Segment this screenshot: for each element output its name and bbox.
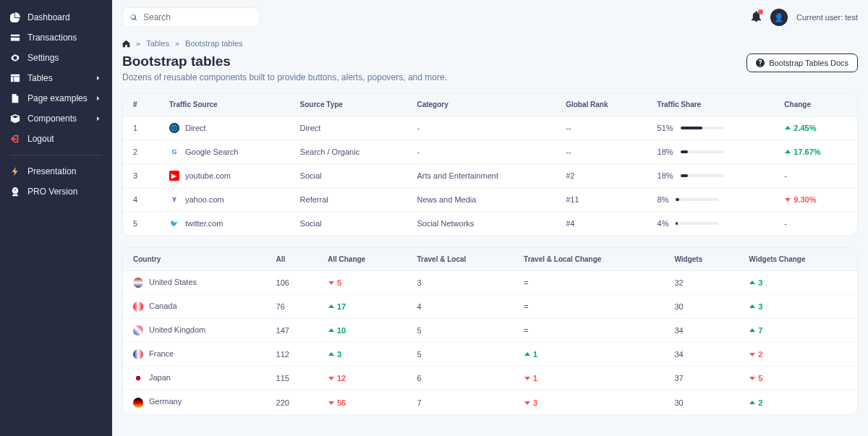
traffic-share: 18% [647,140,775,164]
travel-local: 4 [407,295,514,319]
traffic-source: ▶youtube.com [159,164,290,188]
change: - [774,212,857,236]
country: France [123,343,266,367]
sidebar-item-dashboard[interactable]: Dashboard [0,7,112,27]
page-subtitle: Dozens of reusable components built to p… [122,72,447,82]
table-row: Japan 115 12 6 1 37 5 [123,367,857,390]
table-header: Widgets [664,248,739,271]
notification-dot [758,9,763,14]
search-box[interactable] [122,7,260,27]
sidebar-item-label: Page examples [27,93,88,103]
country-table-card: CountryAllAll ChangeTravel & LocalTravel… [122,247,858,415]
logout-icon [10,134,20,144]
notification-bell[interactable] [751,11,762,24]
table-header: Source Type [290,93,407,116]
breadcrumb: » Tables » Bootstrap tables [122,39,858,48]
source-type: Social [290,212,407,236]
change: 17.67% [774,140,857,164]
traffic-source: 🐦twitter.com [159,212,290,236]
global-rank: #11 [556,188,647,212]
traffic-table: #Traffic SourceSource TypeCategoryGlobal… [123,93,857,235]
card-icon [10,33,20,43]
all-value: 220 [266,390,318,414]
flag-icon [133,398,143,408]
nav-divider [10,155,102,155]
all-change: 56 [318,390,407,414]
sidebar-item-page-examples[interactable]: Page examples [0,88,112,108]
sidebar-item-tables[interactable]: Tables [0,68,112,88]
breadcrumb-mid[interactable]: Tables [146,39,169,48]
country: Germany [123,390,266,414]
global-rank: #2 [556,164,647,188]
widgets-change: 2 [739,343,857,367]
sidebar-item-label: Settings [27,53,59,63]
travel-local: 7 [407,390,514,414]
country-table: CountryAllAll ChangeTravel & LocalTravel… [123,248,857,414]
travel-local-change: 1 [514,367,664,390]
sidebar-item-label: Presentation [27,166,76,176]
row-num: 2 [123,140,159,164]
table-row: United Kingdom 147 10 5 = 34 7 [123,319,857,343]
sidebar-item-components[interactable]: Components [0,108,112,129]
sidebar-item-label: Transactions [27,33,77,43]
country: Japan [123,367,266,390]
category: Social Networks [407,212,556,236]
widgets: 30 [664,390,739,414]
traffic-source: GGoogle Search [159,140,290,164]
country: Canada [123,295,266,319]
main-content: 👤 Current user: test » Tables » Bootstra… [112,0,868,436]
table-header: All [266,248,318,271]
traffic-source: 🌐Direct [159,116,290,140]
change: - [774,164,857,188]
row-num: 3 [123,164,159,188]
travel-local-change: 3 [514,390,664,414]
country: United States [123,271,266,295]
travel-local-change: 1 [514,343,664,367]
table-row: 4 Yyahoo.com Referral News and Media #11… [123,188,857,212]
all-change: 12 [318,367,407,390]
all-value: 76 [266,295,318,319]
avatar[interactable]: 👤 [770,9,788,26]
docs-button[interactable]: Bootstrap Tables Docs [746,54,858,72]
widgets-change: 3 [739,271,857,295]
flag-icon [133,349,143,359]
all-change: 10 [318,319,407,343]
flag-icon [133,325,143,335]
row-num: 5 [123,212,159,236]
table-header: # [123,93,159,116]
all-change: 17 [318,295,407,319]
sidebar-item-label: Dashboard [27,12,70,22]
user-area: 👤 Current user: test [751,9,858,26]
table-header: Traffic Share [647,93,775,116]
page-header: Bootstrap tables Dozens of reusable comp… [122,54,858,93]
travel-local: 6 [407,367,514,390]
sidebar-item-settings[interactable]: Settings [0,48,112,68]
home-icon[interactable] [122,40,130,48]
pie-icon [10,12,20,22]
traffic-share: 51% [647,116,775,140]
user-label: Current user: test [796,13,858,22]
sidebar-item-transactions[interactable]: Transactions [0,27,112,48]
widgets-change: 2 [739,390,857,414]
question-icon [756,59,765,67]
breadcrumb-sep: » [175,39,179,48]
country: United Kingdom [123,319,266,343]
table-header: Traffic Source [159,93,290,116]
all-change: 3 [318,343,407,367]
all-value: 147 [266,319,318,343]
topbar: 👤 Current user: test [122,0,858,35]
search-input[interactable] [143,12,252,22]
sidebar-item-pro-version[interactable]: PRO Version [0,181,112,202]
docs-button-label: Bootstrap Tables Docs [769,59,848,67]
source-type: Search / Organic [290,140,407,164]
gear-icon [10,53,20,63]
sidebar-item-logout[interactable]: Logout [0,129,112,149]
category: Arts and Entertainment [407,164,556,188]
sidebar-item-presentation[interactable]: Presentation [0,161,112,181]
widgets-change: 7 [739,319,857,343]
all-change: 5 [318,271,407,295]
table-header: Country [123,248,266,271]
source-type: Direct [290,116,407,140]
travel-local: 5 [407,319,514,343]
flag-icon [133,302,143,312]
